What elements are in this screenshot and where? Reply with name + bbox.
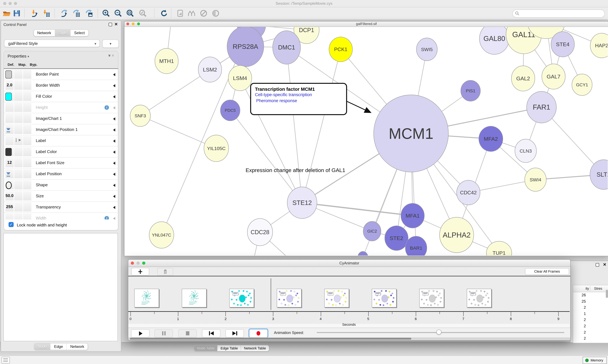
property-row-fill-color[interactable]: Fill Color <box>4 91 118 102</box>
mapping-cell[interactable] <box>14 70 23 79</box>
export-image-icon[interactable] <box>85 9 93 17</box>
refresh-view-icon[interactable] <box>160 9 168 17</box>
table-header[interactable]: ity Stres <box>573 285 608 292</box>
frame-thumbnail-1[interactable] <box>182 289 207 307</box>
table-cell-value[interactable]: 2 <box>573 342 586 343</box>
style-dropdown[interactable]: galFiltered Style▾ <box>4 39 100 47</box>
network-node-SNF3[interactable]: SNF3 <box>130 105 151 127</box>
network-node-BAR1[interactable]: BAR1 <box>405 236 427 256</box>
color-swatch[interactable] <box>5 71 12 78</box>
style-options-button[interactable]: ▾ <box>102 39 119 48</box>
export-network-icon[interactable] <box>60 9 69 17</box>
import-table-icon[interactable] <box>42 9 50 17</box>
bypass-cell[interactable] <box>23 147 31 156</box>
export-table-icon[interactable] <box>72 9 81 17</box>
mapping-cell[interactable] <box>14 103 23 112</box>
network-node-PCK1[interactable]: PCK1 <box>329 37 352 62</box>
expand-row-icon[interactable] <box>113 140 115 143</box>
property-row-shape[interactable]: Shape <box>4 180 118 191</box>
table-cell-value[interactable]: 2 <box>573 329 586 336</box>
table-scrollbar[interactable] <box>606 290 608 298</box>
default-value-cell[interactable] <box>5 103 14 112</box>
skip-to-start-button[interactable] <box>202 329 221 338</box>
network-node-CDC28[interactable]: CDC28 <box>247 219 273 246</box>
property-row-image-chart-1[interactable]: Image/Chart 1 <box>4 113 118 124</box>
network-node-YIL105C[interactable]: YIL105C <box>204 135 229 162</box>
mapping-cell[interactable] <box>14 147 23 156</box>
mapping-cell[interactable] <box>14 81 23 90</box>
network-node-GAL80[interactable]: GAL80 <box>479 27 509 54</box>
play-button[interactable] <box>131 329 150 338</box>
network-node-CDC42[interactable]: CDC42 <box>457 180 480 205</box>
network-node-YNL047C[interactable]: YNL047C <box>149 222 174 248</box>
expand-row-icon[interactable] <box>113 95 115 98</box>
network-node-TUP1[interactable]: TUP1 <box>486 241 512 256</box>
property-row-label-font-size[interactable]: 12Label Font Size <box>4 157 118 169</box>
property-row-border-width[interactable]: 2.0Border Width <box>4 80 118 91</box>
annotation-link[interactable]: Pheromone response <box>255 98 346 104</box>
network-node-HAP2[interactable]: HAP2 <box>590 33 608 58</box>
network-node-SWI5[interactable]: SWI5 <box>416 38 437 61</box>
network-node-GAL7[interactable]: GAL7 <box>542 64 565 89</box>
add-frame-button[interactable] <box>131 268 149 275</box>
frame-thumbnail-0[interactable] <box>134 289 159 307</box>
import-network-icon[interactable] <box>30 9 38 17</box>
animation-speed-slider-thumb[interactable] <box>436 329 442 335</box>
mapping-cell[interactable] <box>14 169 23 178</box>
network-node-PIS1[interactable]: PIS1 <box>461 80 480 101</box>
table-tab-network-table[interactable]: Network Table <box>241 345 269 351</box>
close-panel-icon[interactable]: ✕ <box>603 263 607 267</box>
network-node-MFA1[interactable]: MFA1 <box>401 203 424 228</box>
network-node-STE2[interactable]: STE2 <box>385 226 408 250</box>
float-panel-icon[interactable] <box>596 263 599 267</box>
tab-select[interactable]: Select <box>71 30 88 36</box>
zoom-in-icon[interactable] <box>102 9 110 17</box>
style-tab-node[interactable]: Node <box>34 343 51 350</box>
show-panels-button[interactable] <box>1 357 10 364</box>
expand-row-icon[interactable] <box>113 206 115 209</box>
network-node-LSM2[interactable]: LSM2 <box>198 57 222 82</box>
table-cell-value[interactable]: 2 <box>573 317 586 323</box>
table-cell-value[interactable]: 2 <box>573 336 586 342</box>
expand-row-icon[interactable] <box>113 117 115 120</box>
bypass-cell[interactable] <box>23 125 31 134</box>
mapping-cell[interactable] <box>14 202 23 212</box>
network-annotation-box[interactable]: Transcription factor MCM1 Cell-type-spec… <box>250 83 347 115</box>
property-row-height[interactable]: Heighti <box>4 102 118 113</box>
property-row-transparency[interactable]: 255Transparency <box>4 202 118 213</box>
info-icon[interactable]: i <box>105 105 109 110</box>
network-node-CLN3[interactable]: CLN3 <box>515 139 537 163</box>
clear-all-frames-button[interactable]: Clear All Frames <box>525 268 569 275</box>
network-canvas[interactable]: DCP1RPS28ADMC1PCK1SWI5GAL80GAL11STE4HAP2… <box>124 27 608 256</box>
network-node-STE12[interactable]: STE12 <box>287 187 317 219</box>
network-window-title-bar[interactable]: galFiltered.sif <box>124 22 608 27</box>
property-row-label-color[interactable]: Label Color <box>4 146 118 157</box>
annotation-link[interactable]: Cell-type-specific transcription <box>255 92 346 98</box>
color-swatch[interactable] <box>5 93 12 101</box>
network-node-GIC2[interactable]: GIC2 <box>363 221 381 241</box>
table-cell-value[interactable]: 2 <box>573 323 586 329</box>
mapping-cell[interactable] <box>14 92 23 101</box>
table-cell-value[interactable]: 25 <box>573 298 586 305</box>
default-value-cell[interactable] <box>5 136 14 145</box>
network-node-ALPHA2[interactable]: ALPHA2 <box>440 217 474 253</box>
close-panel-icon[interactable]: ✕ <box>114 23 118 26</box>
table-cell-value[interactable]: 2 <box>573 305 586 311</box>
network-node-MTH1[interactable]: MTH1 <box>155 48 178 74</box>
timeline-playhead[interactable] <box>271 278 271 310</box>
table-tab-edge-table[interactable]: Edge Table <box>218 345 241 351</box>
network-node-nsm[interactable] <box>358 251 368 256</box>
network-node-DMC1[interactable]: DMC1 <box>273 31 301 64</box>
properties-header[interactable]: Properties ▾ <box>8 54 29 59</box>
network-node-GAL2[interactable]: GAL2 <box>511 66 535 91</box>
expand-row-icon[interactable] <box>113 106 115 109</box>
expand-row-icon[interactable] <box>113 73 115 76</box>
network-node-MCM1[interactable]: MCM1 <box>374 95 448 172</box>
network-node-RPS28A[interactable]: RPS28A <box>227 27 264 67</box>
bypass-cell[interactable] <box>23 136 31 145</box>
bypass-cell[interactable] <box>23 81 31 90</box>
network-node-FAR1[interactable]: FAR1 <box>527 91 556 123</box>
network-caption-text[interactable]: Expression change after deletion of GAL1 <box>220 167 372 174</box>
expand-row-icon[interactable] <box>113 195 115 198</box>
memory-button[interactable]: Memory <box>583 357 607 364</box>
